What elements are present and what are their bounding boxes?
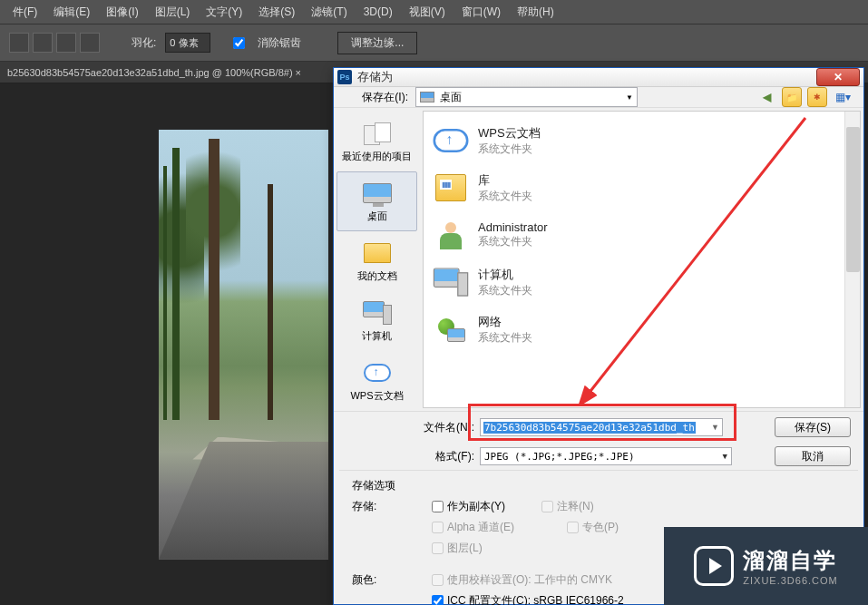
notes-checkbox[interactable]: 注释(N)	[541, 499, 594, 514]
nav-newfolder-icon[interactable]: ✱	[807, 87, 827, 107]
place-recent[interactable]: 最近使用的项目	[334, 112, 420, 171]
selection-add-icon[interactable]	[33, 33, 53, 53]
place-documents[interactable]: 我的文档	[334, 231, 420, 291]
file-sub: 系统文件夹	[478, 330, 532, 346]
watermark-cn: 溜溜自学	[743, 546, 837, 575]
document-tab-label: b25630d83b54575ae20d13e32a51dbd_th.jpg @…	[7, 67, 301, 78]
file-name: WPS云文档	[478, 125, 541, 141]
photoshop-icon: Ps	[337, 70, 352, 84]
antialias-checkbox[interactable]	[233, 37, 245, 49]
place-wps-cloud[interactable]: WPS云文档	[334, 351, 420, 411]
storage-label: 存储:	[352, 499, 406, 514]
selection-intersect-icon[interactable]	[80, 33, 100, 53]
filename-value: 7b25630d83b54575ae20d13e32a51dbd_th	[483, 422, 696, 434]
list-item[interactable]: WPS云文档系统文件夹	[429, 117, 854, 164]
menu-window[interactable]: 窗口(W)	[454, 2, 508, 23]
savein-dropdown[interactable]: 桌面 ▼	[415, 87, 638, 107]
places-bar: 最近使用的项目 桌面 我的文档 计算机 WPS云文档	[334, 108, 420, 411]
feather-input[interactable]	[165, 33, 210, 53]
alpha-checkbox[interactable]: Alpha 通道(E)	[432, 520, 514, 535]
save-button[interactable]: 保存(S)	[775, 417, 851, 437]
list-item[interactable]: 网络系统文件夹	[429, 306, 854, 353]
savein-label: 保存在(I):	[345, 90, 408, 105]
desktop-icon	[420, 92, 434, 102]
chevron-down-icon: ▼	[626, 93, 633, 102]
document-image	[159, 130, 328, 560]
options-bar: 羽化: 消除锯齿 调整边缘...	[0, 24, 868, 62]
watermark-en: ZIXUE.3D66.COM	[743, 575, 837, 586]
file-list[interactable]: WPS云文档系统文件夹 库系统文件夹 Administrator系统文件夹 计算…	[423, 111, 861, 408]
file-name: 网络	[478, 314, 532, 330]
filename-label: 文件名(N):	[343, 420, 474, 435]
file-name: Administrator	[478, 220, 548, 234]
menu-image[interactable]: 图像(I)	[99, 2, 145, 23]
cancel-button[interactable]: 取消	[775, 446, 851, 466]
place-label: 我的文档	[357, 269, 397, 283]
selection-new-icon[interactable]	[9, 33, 29, 53]
savein-value: 桌面	[440, 90, 462, 105]
as-copy-checkbox[interactable]: 作为副本(Y)	[432, 499, 505, 514]
menu-view[interactable]: 视图(V)	[402, 2, 453, 23]
menu-filter[interactable]: 滤镜(T)	[304, 2, 354, 23]
scroll-thumb[interactable]	[846, 127, 860, 272]
place-label: 计算机	[362, 329, 392, 343]
file-name: 库	[478, 172, 532, 189]
format-value: JPEG (*.JPG;*.JPEG;*.JPE)	[484, 451, 635, 463]
file-sub: 系统文件夹	[478, 189, 532, 204]
menu-bar: 件(F) 编辑(E) 图像(I) 图层(L) 文字(Y) 选择(S) 滤镜(T)…	[0, 0, 868, 24]
menu-3d[interactable]: 3D(D)	[356, 3, 400, 21]
nav-up-icon[interactable]: 📁	[782, 87, 802, 107]
menu-layer[interactable]: 图层(L)	[148, 2, 198, 23]
format-dropdown[interactable]: JPEG (*.JPG;*.JPEG;*.JPE) ▼	[480, 447, 732, 465]
menu-select[interactable]: 选择(S)	[251, 2, 302, 23]
place-label: WPS云文档	[350, 389, 403, 403]
file-sub: 系统文件夹	[478, 141, 541, 157]
watermark: 溜溜自学 ZIXUE.3D66.COM	[664, 527, 868, 605]
storage-options-title: 存储选项	[352, 478, 845, 493]
close-button[interactable]: ✕	[816, 68, 860, 86]
feather-label: 羽化:	[132, 35, 156, 51]
filename-input[interactable]: 7b25630d83b54575ae20d13e32a51dbd_th ▼	[480, 418, 723, 436]
place-label: 最近使用的项目	[342, 150, 412, 163]
menu-help[interactable]: 帮助(H)	[510, 2, 561, 23]
watermark-logo-icon	[694, 546, 734, 586]
file-name: 计算机	[478, 267, 532, 283]
nav-back-icon[interactable]: ◀	[756, 87, 776, 107]
spot-checkbox[interactable]: 专色(P)	[567, 520, 619, 535]
save-as-dialog: Ps 存储为 ✕ 保存在(I): 桌面 ▼ ◀ 📁 ✱ ▦▾ 最近使用的项目 桌…	[333, 67, 864, 605]
nav-viewmenu-icon[interactable]: ▦▾	[833, 87, 853, 107]
menu-edit[interactable]: 编辑(E)	[46, 2, 97, 23]
menu-type[interactable]: 文字(Y)	[199, 2, 249, 23]
selection-subtract-icon[interactable]	[56, 33, 76, 53]
chevron-down-icon[interactable]: ▼	[711, 423, 719, 432]
color-label: 颜色:	[352, 572, 406, 588]
file-sub: 系统文件夹	[478, 283, 532, 298]
dialog-title: 存储为	[357, 69, 816, 85]
list-item[interactable]: 计算机系统文件夹	[429, 259, 854, 306]
place-label: 桌面	[367, 210, 387, 223]
menu-file[interactable]: 件(F)	[5, 2, 44, 23]
place-computer[interactable]: 计算机	[334, 291, 420, 351]
list-item[interactable]: 库系统文件夹	[429, 164, 854, 211]
file-sub: 系统文件夹	[478, 234, 548, 249]
format-label: 格式(F):	[343, 449, 474, 464]
list-item[interactable]: Administrator系统文件夹	[429, 211, 854, 259]
chevron-down-icon: ▼	[723, 452, 727, 461]
antialias-label: 消除锯齿	[258, 35, 301, 51]
dialog-titlebar[interactable]: Ps 存储为 ✕	[334, 68, 863, 87]
refine-edge-button[interactable]: 调整边缘...	[337, 32, 417, 54]
place-desktop[interactable]: 桌面	[336, 171, 417, 231]
scrollbar[interactable]	[844, 112, 860, 407]
